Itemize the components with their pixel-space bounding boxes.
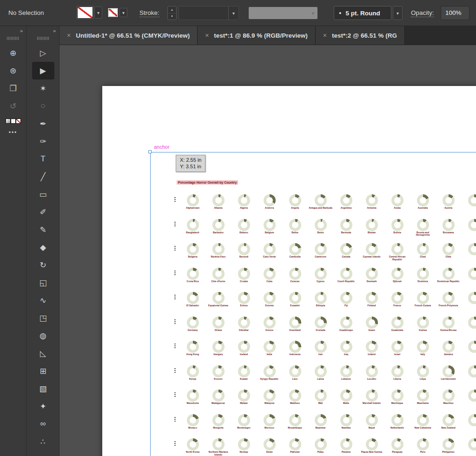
document-tab[interactable]: ×test*:1 @ 86.9 % (RGB/Preview) bbox=[198, 26, 316, 45]
anchor-label: anchor bbox=[154, 144, 170, 150]
fill-color-swatch[interactable] bbox=[77, 7, 93, 19]
curvature-tool[interactable]: ✑ bbox=[33, 132, 53, 150]
selection-bounding-box bbox=[150, 152, 476, 456]
stroke-weight-dropdown[interactable]: ▾ bbox=[178, 6, 239, 20]
white-swatch-icon[interactable] bbox=[11, 119, 16, 124]
panel-dock: » ⊕⊛❐↺ ••• bbox=[0, 26, 26, 456]
toolbar: » ▷▶✶◌✒✑T╱▭✐✎◆↻◱∿◳◍◺⊞▧✦∞∴ bbox=[27, 26, 60, 456]
tool-column: ▷▶✶◌✒✑T╱▭✐✎◆↻◱∿◳◍◺⊞▧✦∞∴ bbox=[27, 44, 59, 450]
opacity-panel-link[interactable]: Opacity: bbox=[411, 9, 434, 17]
brush-definition-dropdown[interactable]: ● 5 pt. Round bbox=[334, 6, 391, 20]
canvas[interactable]: Percentage Horror Overall by Country Afg… bbox=[60, 45, 476, 456]
mini-color-swatch-strip[interactable] bbox=[6, 119, 21, 124]
panel-undo-icon[interactable]: ↺ bbox=[3, 97, 23, 115]
eyedropper-tool[interactable]: ✦ bbox=[33, 397, 53, 415]
line-segment-tool[interactable]: ╱ bbox=[33, 168, 53, 185]
lasso-tool[interactable]: ◌ bbox=[33, 97, 53, 115]
shape-builder-tool[interactable]: ◍ bbox=[33, 327, 53, 344]
brush-dot-icon: ● bbox=[339, 11, 341, 15]
stroke-color-swatch[interactable] bbox=[108, 8, 118, 17]
tab-bar: ×Untitled-1* @ 66.51 % (CMYK/Preview)×te… bbox=[60, 26, 476, 45]
panel-dock-grip[interactable] bbox=[7, 37, 19, 40]
pencil-tool[interactable]: ✎ bbox=[33, 221, 53, 238]
stepper-down-icon[interactable]: ▾ bbox=[168, 13, 176, 20]
rotate-tool[interactable]: ↻ bbox=[33, 256, 53, 274]
tooltip-x-value: X: 2.55 in bbox=[180, 157, 201, 163]
free-transform-tool[interactable]: ◳ bbox=[33, 309, 53, 327]
eraser-tool[interactable]: ◆ bbox=[33, 238, 53, 256]
type-tool[interactable]: T bbox=[33, 150, 53, 168]
measurement-tooltip: X: 2.55 in Y: 3.51 in bbox=[176, 155, 205, 172]
tab-title: test*:2 @ 66.51 % (RG bbox=[332, 32, 397, 39]
stroke-weight-stepper[interactable]: ▴ ▾ bbox=[167, 6, 177, 20]
selection-status: No Selection bbox=[8, 9, 44, 16]
tab-close-icon[interactable]: × bbox=[205, 32, 209, 39]
variable-width-profile-dropdown: ▾ bbox=[249, 7, 317, 19]
gradient-swatch-icon[interactable] bbox=[6, 119, 11, 124]
stroke-panel-link[interactable]: Stroke: bbox=[139, 9, 159, 17]
brush-dropdown-chevron-icon[interactable]: ▾ bbox=[393, 6, 403, 20]
panel-target-icon[interactable]: ⊕ bbox=[3, 44, 23, 62]
rectangle-tool[interactable]: ▭ bbox=[33, 185, 53, 203]
panel-swap-icon[interactable]: ❐ bbox=[3, 79, 23, 97]
symbol-sprayer-tool[interactable]: ∴ bbox=[33, 433, 53, 450]
paintbrush-tool[interactable]: ✐ bbox=[33, 203, 53, 221]
fill-color-dropdown-chevron-icon[interactable]: ▾ bbox=[94, 7, 102, 19]
toolbar-grip[interactable] bbox=[37, 37, 49, 40]
control-bar: No Selection ▾ ▾ Stroke: ▴ ▾ ▾ ▾ ● 5 pt.… bbox=[0, 0, 476, 26]
selection-anchor-handle[interactable] bbox=[148, 150, 152, 153]
width-tool[interactable]: ∿ bbox=[33, 291, 53, 309]
more-options-icon[interactable]: ••• bbox=[9, 129, 18, 136]
blend-tool[interactable]: ∞ bbox=[33, 415, 53, 433]
stroke-weight-chevron-icon[interactable]: ▾ bbox=[228, 7, 238, 20]
toolbar-expand-icon[interactable]: » bbox=[27, 26, 59, 35]
mesh-tool[interactable]: ⊞ bbox=[33, 362, 53, 380]
profile-chevron-icon: ▾ bbox=[312, 11, 317, 16]
selection-tool[interactable]: ▶ bbox=[32, 62, 54, 79]
panel-dock-expand-icon[interactable]: » bbox=[0, 26, 26, 35]
direct-selection-tool[interactable]: ▷ bbox=[33, 44, 53, 62]
tab-title: Untitled-1* @ 66.51 % (CMYK/Preview) bbox=[76, 32, 190, 39]
tab-close-icon[interactable]: × bbox=[323, 32, 327, 39]
tooltip-y-value: Y: 3.51 in bbox=[180, 163, 201, 170]
document-tab[interactable]: ×Untitled-1* @ 66.51 % (CMYK/Preview) bbox=[60, 26, 198, 45]
panel-dock-items: ⊕⊛❐↺ bbox=[0, 44, 26, 115]
pen-tool[interactable]: ✒ bbox=[33, 115, 53, 132]
stroke-color-dropdown-chevron-icon[interactable]: ▾ bbox=[119, 8, 127, 17]
gradient-tool[interactable]: ▧ bbox=[33, 380, 53, 397]
panel-asterisk-icon[interactable]: ⊛ bbox=[3, 62, 23, 79]
stepper-up-icon[interactable]: ▴ bbox=[168, 7, 176, 13]
brush-preset-label: 5 pt. Round bbox=[345, 10, 380, 17]
perspective-grid-tool[interactable]: ◺ bbox=[33, 344, 53, 362]
tab-close-icon[interactable]: × bbox=[67, 32, 71, 39]
none-swatch-icon[interactable] bbox=[16, 119, 21, 124]
document-tab[interactable]: ×test*:2 @ 66.51 % (RG bbox=[316, 26, 405, 45]
scale-tool[interactable]: ◱ bbox=[33, 274, 53, 291]
tab-title: test*:1 @ 86.9 % (RGB/Preview) bbox=[214, 32, 308, 39]
opacity-input[interactable]: 100% bbox=[441, 6, 469, 20]
magic-wand-tool[interactable]: ✶ bbox=[33, 79, 53, 97]
